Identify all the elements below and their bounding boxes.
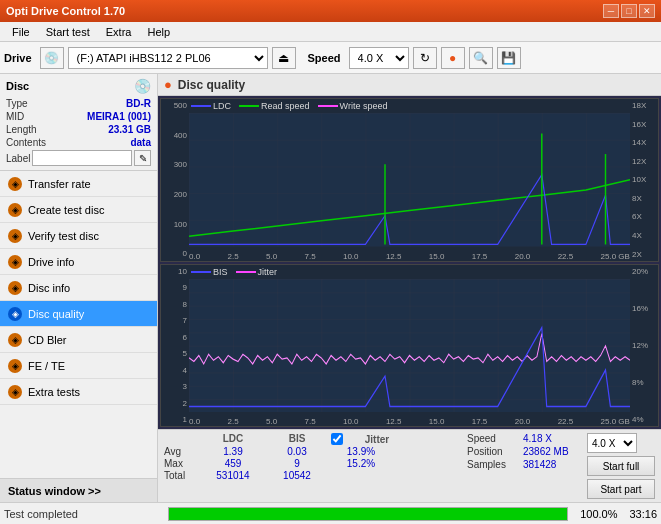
status-window-toggle[interactable]: Status window >> bbox=[0, 478, 157, 502]
drive-info-icon: ◈ bbox=[8, 255, 22, 269]
avg-label: Avg bbox=[164, 446, 199, 457]
nav-verify-test-disc-label: Verify test disc bbox=[28, 230, 99, 242]
speed-select[interactable]: 4.0 X bbox=[349, 47, 409, 69]
window-controls: ─ □ ✕ bbox=[603, 4, 655, 18]
read-speed-legend-color bbox=[239, 105, 259, 107]
nav-extra-tests[interactable]: ◈ Extra tests bbox=[0, 379, 157, 405]
nav-verify-test-disc[interactable]: ◈ Verify test disc bbox=[0, 223, 157, 249]
eject-button[interactable]: ⏏ bbox=[272, 47, 296, 69]
refresh-button[interactable]: ↻ bbox=[413, 47, 437, 69]
bottom-chart-legend: BIS Jitter bbox=[191, 267, 277, 277]
by-right-20: 20% bbox=[630, 267, 658, 276]
status-time: 33:16 bbox=[629, 508, 657, 520]
jitter-legend-color bbox=[236, 271, 256, 273]
avg-ldc: 1.39 bbox=[203, 446, 263, 457]
drive-select[interactable]: (F:) ATAPI iHBS112 2 PL06 bbox=[68, 47, 268, 69]
stats-ldc-header: LDC bbox=[203, 433, 263, 445]
menu-help[interactable]: Help bbox=[139, 24, 178, 40]
speed-key: Speed bbox=[467, 433, 517, 444]
menu-starttest[interactable]: Start test bbox=[38, 24, 98, 40]
y-label-0: 0 bbox=[161, 249, 189, 258]
y-right-6x: 6X bbox=[630, 212, 658, 221]
y-label-100: 100 bbox=[161, 220, 189, 229]
disc-mid-row: MID MEIRA1 (001) bbox=[6, 111, 151, 122]
nav-disc-quality-label: Disc quality bbox=[28, 308, 84, 320]
stats-area: LDC BIS Jitter Avg 1.39 0.03 13.9% Max bbox=[158, 429, 661, 502]
nav-disc-info[interactable]: ◈ Disc info bbox=[0, 275, 157, 301]
disc-header: Disc 💿 bbox=[6, 78, 151, 94]
menu-extra[interactable]: Extra bbox=[98, 24, 140, 40]
read-speed-legend: Read speed bbox=[239, 101, 310, 111]
samples-row: Samples 381428 bbox=[467, 459, 573, 470]
start-full-button[interactable]: Start full bbox=[587, 456, 655, 476]
ldc-legend: LDC bbox=[191, 101, 231, 111]
nav-create-test-disc[interactable]: ◈ Create test disc bbox=[0, 197, 157, 223]
verify-test-disc-icon: ◈ bbox=[8, 229, 22, 243]
disc-label-input[interactable] bbox=[32, 150, 132, 166]
x-15: 15.0 bbox=[429, 252, 445, 261]
bx-7-5: 7.5 bbox=[304, 417, 315, 426]
x-20: 20.0 bbox=[515, 252, 531, 261]
y-label-300: 300 bbox=[161, 160, 189, 169]
nav-disc-quality[interactable]: ◈ Disc quality bbox=[0, 301, 157, 327]
disc-icon: 💿 bbox=[134, 78, 151, 94]
cd-bler-icon: ◈ bbox=[8, 333, 22, 347]
top-chart-legend: LDC Read speed Write speed bbox=[191, 101, 387, 111]
close-button[interactable]: ✕ bbox=[639, 4, 655, 18]
label-edit-button[interactable]: ✎ bbox=[134, 150, 151, 166]
create-test-disc-icon: ◈ bbox=[8, 203, 22, 217]
nav-drive-info[interactable]: ◈ Drive info bbox=[0, 249, 157, 275]
maximize-button[interactable]: □ bbox=[621, 4, 637, 18]
bis-legend: BIS bbox=[191, 267, 228, 277]
top-chart-svg bbox=[189, 113, 630, 247]
nav-drive-info-label: Drive info bbox=[28, 256, 74, 268]
burn-button[interactable]: ● bbox=[441, 47, 465, 69]
nav-cd-bler[interactable]: ◈ CD Bler bbox=[0, 327, 157, 353]
nav-transfer-rate[interactable]: ◈ Transfer rate bbox=[0, 171, 157, 197]
x-22-5: 22.5 bbox=[558, 252, 574, 261]
write-speed-legend-color bbox=[318, 105, 338, 107]
top-chart-y-left: 500 400 300 200 100 0 bbox=[161, 99, 189, 261]
scan-button[interactable]: 🔍 bbox=[469, 47, 493, 69]
jitter-section: Jitter bbox=[331, 433, 407, 445]
bx-25-gb: 25.0 GB bbox=[601, 417, 630, 426]
x-10: 10.0 bbox=[343, 252, 359, 261]
top-chart-y-right: 18X 16X 14X 12X 10X 8X 6X 4X 2X bbox=[630, 99, 658, 261]
y-right-14x: 14X bbox=[630, 138, 658, 147]
extra-tests-icon: ◈ bbox=[8, 385, 22, 399]
svg-rect-6 bbox=[189, 279, 630, 413]
test-speed-select[interactable]: 4.0 X bbox=[587, 433, 637, 453]
x-5: 5.0 bbox=[266, 252, 277, 261]
svg-rect-1 bbox=[189, 113, 630, 247]
save-button[interactable]: 💾 bbox=[497, 47, 521, 69]
jitter-checkbox[interactable] bbox=[331, 433, 343, 445]
nav-fe-te-label: FE / TE bbox=[28, 360, 65, 372]
start-part-button[interactable]: Start part bbox=[587, 479, 655, 499]
jitter-legend-label: Jitter bbox=[258, 267, 278, 277]
chart-header-icon: ● bbox=[164, 77, 172, 92]
stats-jitter-header: Jitter bbox=[347, 434, 407, 445]
menu-file[interactable]: File bbox=[4, 24, 38, 40]
stats-avg-row: Avg 1.39 0.03 13.9% bbox=[164, 446, 451, 457]
drive-icon-btn[interactable]: 💿 bbox=[40, 47, 64, 69]
samples-val: 381428 bbox=[523, 459, 573, 470]
x-17-5: 17.5 bbox=[472, 252, 488, 261]
total-jitter bbox=[331, 470, 391, 481]
minimize-button[interactable]: ─ bbox=[603, 4, 619, 18]
nav-fe-te[interactable]: ◈ FE / TE bbox=[0, 353, 157, 379]
transfer-rate-icon: ◈ bbox=[8, 177, 22, 191]
status-text: Test completed bbox=[4, 508, 160, 520]
nav-create-test-disc-label: Create test disc bbox=[28, 204, 104, 216]
status-pct: 100.0% bbox=[580, 508, 617, 520]
stats-total-row: Total 531014 10542 bbox=[164, 470, 451, 481]
contents-value: data bbox=[130, 137, 151, 148]
y-label-200: 200 bbox=[161, 190, 189, 199]
by-1: 1 bbox=[161, 415, 189, 424]
mid-label: MID bbox=[6, 111, 24, 122]
main-layout: Disc 💿 Type BD-R MID MEIRA1 (001) Length… bbox=[0, 74, 661, 502]
bis-legend-label: BIS bbox=[213, 267, 228, 277]
mid-value: MEIRA1 (001) bbox=[87, 111, 151, 122]
max-label: Max bbox=[164, 458, 199, 469]
position-key: Position bbox=[467, 446, 517, 457]
bx-20: 20.0 bbox=[515, 417, 531, 426]
